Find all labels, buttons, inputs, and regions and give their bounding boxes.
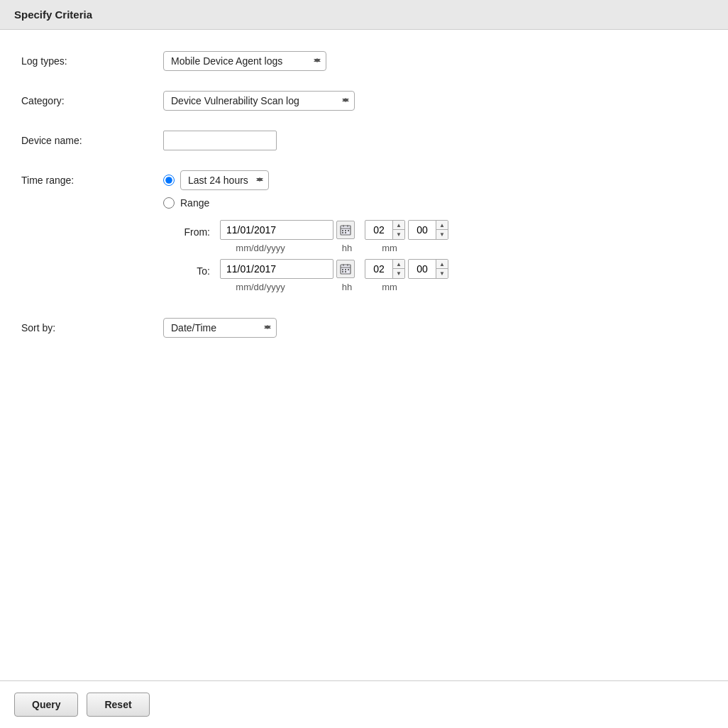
- device-name-input[interactable]: [163, 131, 277, 150]
- svg-rect-8: [345, 232, 346, 233]
- form-area: Log types: Mobile Device Agent logs Cate…: [0, 30, 728, 680]
- to-hour-input[interactable]: [365, 260, 392, 277]
- range-label: Range: [180, 197, 209, 209]
- svg-rect-6: [348, 230, 349, 231]
- from-format-hh: hh: [331, 243, 363, 253]
- time-range-label: Time range:: [21, 170, 163, 186]
- to-minute-spinner: ▲ ▼: [408, 259, 448, 279]
- to-hour-spinner: ▲ ▼: [365, 259, 405, 279]
- svg-rect-13: [342, 269, 343, 270]
- category-select[interactable]: Device Vulnerability Scan log: [163, 91, 355, 111]
- from-time-inputs: ▲ ▼ ▲ ▼: [365, 220, 448, 240]
- device-name-row: Device name:: [21, 131, 707, 150]
- to-minute-arrows: ▲ ▼: [436, 260, 448, 278]
- time-range-preset-select[interactable]: Last 24 hours: [180, 170, 269, 190]
- time-range-options: Last 24 hours Range From:: [163, 170, 707, 298]
- from-hour-input[interactable]: [365, 221, 392, 238]
- svg-rect-4: [342, 230, 343, 231]
- reset-button[interactable]: Reset: [87, 693, 149, 717]
- to-format-date: mm/dd/yyyy: [221, 282, 299, 292]
- log-types-control: Mobile Device Agent logs: [163, 51, 707, 71]
- to-minute-down[interactable]: ▼: [436, 269, 448, 278]
- from-date-wrapper: [220, 220, 355, 240]
- to-date-wrapper: [220, 259, 355, 279]
- to-format-hh: hh: [331, 282, 363, 292]
- to-row: To:: [180, 259, 707, 292]
- from-format-row: mm/dd/yyyy hh mm: [180, 243, 707, 253]
- time-range-range-radio[interactable]: [163, 197, 175, 209]
- category-row: Category: Device Vulnerability Scan log: [21, 91, 707, 111]
- footer-bar: Query Reset: [0, 680, 728, 728]
- time-range-preset-radio[interactable]: [163, 175, 175, 186]
- log-types-row: Log types: Mobile Device Agent logs: [21, 51, 707, 71]
- from-format-date: mm/dd/yyyy: [221, 243, 299, 253]
- sort-by-label: Sort by:: [21, 318, 163, 333]
- from-minute-down[interactable]: ▼: [436, 230, 448, 239]
- from-minute-arrows: ▲ ▼: [436, 221, 448, 239]
- from-format-mm: mm: [373, 243, 406, 253]
- from-inputs: From:: [180, 220, 707, 240]
- from-minute-up[interactable]: ▲: [436, 221, 448, 230]
- category-label: Category:: [21, 91, 163, 106]
- to-time-inputs: ▲ ▼ ▲ ▼: [365, 259, 448, 279]
- svg-rect-7: [342, 232, 343, 233]
- time-option-preset: Last 24 hours: [163, 170, 707, 190]
- to-calendar-button[interactable]: [336, 260, 355, 278]
- sort-by-row: Sort by: Date/Time: [21, 318, 707, 338]
- page-title: Specify Criteria: [14, 9, 92, 21]
- range-details: From:: [180, 220, 707, 298]
- svg-rect-16: [342, 271, 343, 272]
- from-row: From:: [180, 220, 707, 253]
- sort-by-control: Date/Time: [163, 318, 707, 338]
- from-date-input[interactable]: [220, 220, 333, 240]
- time-range-row: Time range: Last 24 hours Range: [21, 170, 707, 298]
- from-minute-spinner: ▲ ▼: [408, 220, 448, 240]
- query-button[interactable]: Query: [14, 693, 78, 717]
- to-minute-input[interactable]: [409, 260, 436, 277]
- header-bar: Specify Criteria: [0, 0, 728, 30]
- to-minute-up[interactable]: ▲: [436, 260, 448, 269]
- from-minute-input[interactable]: [409, 221, 436, 238]
- device-name-control: [163, 131, 707, 150]
- log-types-select[interactable]: Mobile Device Agent logs: [163, 51, 326, 71]
- to-inputs: To:: [180, 259, 707, 279]
- from-hour-down[interactable]: ▼: [393, 230, 404, 239]
- to-hour-arrows: ▲ ▼: [392, 260, 404, 278]
- page-wrapper: Specify Criteria Log types: Mobile Devic…: [0, 0, 728, 728]
- time-option-range: Range: [163, 197, 707, 209]
- svg-rect-14: [345, 269, 346, 270]
- calendar-icon-to: [340, 263, 351, 275]
- from-hour-spinner: ▲ ▼: [365, 220, 405, 240]
- sort-by-select[interactable]: Date/Time: [163, 318, 277, 338]
- to-hour-up[interactable]: ▲: [393, 260, 404, 269]
- svg-rect-15: [348, 269, 349, 270]
- from-label: From:: [180, 223, 216, 238]
- log-types-label: Log types:: [21, 51, 163, 67]
- from-hour-arrows: ▲ ▼: [392, 221, 404, 239]
- category-control: Device Vulnerability Scan log: [163, 91, 707, 111]
- to-label: To:: [180, 262, 216, 277]
- from-calendar-button[interactable]: [336, 221, 355, 239]
- to-hour-down[interactable]: ▼: [393, 269, 404, 278]
- calendar-icon: [340, 224, 351, 236]
- to-format-row: mm/dd/yyyy hh mm: [180, 282, 707, 292]
- time-range-control: Last 24 hours Range From:: [163, 170, 707, 298]
- to-format-mm: mm: [373, 282, 406, 292]
- device-name-label: Device name:: [21, 131, 163, 146]
- to-date-input[interactable]: [220, 259, 333, 279]
- svg-rect-17: [345, 271, 346, 272]
- from-hour-up[interactable]: ▲: [393, 221, 404, 230]
- svg-rect-5: [345, 230, 346, 231]
